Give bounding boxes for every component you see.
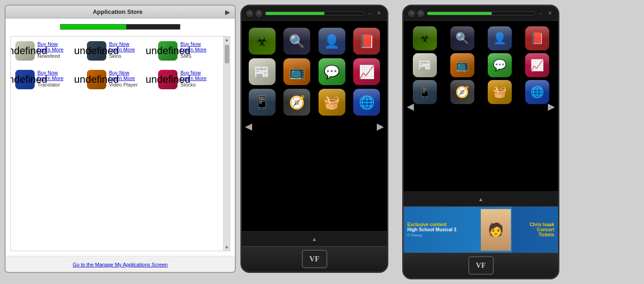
buy-now-sms[interactable]: Buy Now	[180, 41, 206, 47]
undo-btn-1[interactable]: ↺	[246, 10, 253, 17]
learn-more-videoplayer[interactable]: Learn More	[109, 75, 138, 81]
phone2-icon-wrap-search: 🔍	[445, 26, 479, 50]
app-name-skins: Skins	[109, 53, 135, 59]
phone-up-arrow-1[interactable]: ▲	[312, 236, 317, 242]
learn-more-skins[interactable]: Learn More	[109, 47, 135, 52]
phone2-icon-search[interactable]: 🔍	[450, 26, 474, 50]
ad-concert-sub: Concert	[515, 227, 554, 232]
phone2-icon-tv[interactable]: 📺	[450, 53, 474, 77]
redo-btn-2[interactable]: ↻	[417, 10, 424, 17]
app-icon-sms: undefined	[158, 41, 178, 61]
scroll-down-arrow[interactable]: ▼	[224, 244, 230, 251]
phone2-icon-stocks[interactable]: 📈	[525, 53, 549, 77]
app-name-stocks: Stocks	[180, 82, 206, 87]
progress-bar-container	[10, 23, 230, 31]
ad-left: Exclusive content High School Musical 3 …	[404, 207, 479, 253]
app-info-sms: Buy Now Learn More SMS	[180, 41, 206, 59]
scroll-thumb[interactable]	[225, 45, 229, 63]
learn-more-newsfeed[interactable]: Learn More	[37, 47, 63, 52]
phone1-icon-wrap-globe: 🌐	[351, 89, 383, 116]
phone-progress-2	[427, 12, 535, 15]
buy-now-newsfeed[interactable]: Buy Now	[37, 41, 63, 47]
phone1-icon-tv[interactable]: 📺	[283, 58, 310, 85]
phone1-icon-phone-app[interactable]: 📱	[249, 89, 276, 116]
app-item-newsfeed: undefined Buy Now Learn More Newsfeed	[15, 41, 82, 61]
manage-apps-link[interactable]: Go to the Manage My Applications Screen	[73, 262, 167, 267]
phone1-icon-chat[interactable]: 💬	[319, 58, 345, 85]
app-store-panel: Application Store ▶ undefined Buy Now Le…	[5, 5, 236, 273]
phone-device-1: ↺ ↻ − ✕ ◀ ☣🔍👤📕📰📺💬📈📱🧭🧺🌐 ▶ ▲ VF	[240, 5, 388, 273]
ad-concert-label: Tickets	[515, 232, 554, 237]
buy-now-translator[interactable]: Buy Now	[37, 70, 63, 75]
app-item-videoplayer: undefined Buy Now Learn More Video Playe…	[87, 70, 154, 89]
phone-screen-2: ◀ ☣🔍👤📕📰📺💬📈📱🧭🧺🌐 ▶	[404, 21, 558, 191]
phone2-icon-phone-app[interactable]: 📱	[413, 80, 437, 104]
phone-progress-fill-1	[265, 12, 325, 15]
minimize-btn-2[interactable]: −	[538, 11, 544, 16]
close-btn-2[interactable]: ✕	[546, 10, 553, 16]
buy-now-stocks[interactable]: Buy Now	[180, 70, 206, 75]
app-name-newsfeed: Newsfeed	[37, 53, 63, 59]
phone2-icon-avatar[interactable]: 👤	[488, 26, 512, 50]
phone2-icon-wrap-avatar: 👤	[482, 26, 517, 50]
phone2-icon-news[interactable]: 📰	[413, 53, 437, 77]
phone1-icon-basket[interactable]: 🧺	[319, 89, 345, 116]
phone2-icon-basket[interactable]: 🧺	[488, 80, 512, 104]
phone2-icon-chat[interactable]: 💬	[488, 53, 512, 77]
app-item-translator: undefined Buy Now Learn More Translator	[15, 70, 82, 89]
scroll-up-arrow[interactable]: ▲	[224, 37, 230, 43]
app-icon-videoplayer: undefined	[87, 70, 106, 89]
app-links-newsfeed: Buy Now Learn More	[37, 41, 63, 52]
undo-btn-2[interactable]: ↺	[408, 10, 415, 17]
learn-more-translator[interactable]: Learn More	[37, 75, 63, 81]
phone2-icon-biohazard[interactable]: ☣	[413, 26, 437, 50]
app-icon-newsfeed: undefined	[15, 41, 35, 61]
redo-btn-1[interactable]: ↻	[256, 10, 262, 17]
buy-now-videoplayer[interactable]: Buy Now	[109, 70, 138, 75]
phone1-icon-redbook[interactable]: 📕	[353, 28, 380, 55]
phone2-icon-compass[interactable]: 🧭	[450, 80, 474, 104]
nav-right-1[interactable]: ▶	[374, 118, 386, 134]
app-store-titlebar: Application Store ▶	[6, 6, 235, 19]
phone1-icon-compass[interactable]: 🧭	[283, 89, 310, 116]
app-list-container: undefined Buy Now Learn More Newsfeed un…	[10, 36, 230, 251]
phone1-icon-avatar[interactable]: 👤	[319, 28, 345, 55]
phone1-icon-wrap-compass: 🧭	[282, 89, 313, 116]
phone2-icon-wrap-tv: 📺	[445, 53, 479, 77]
scrollbar[interactable]: ▲ ▼	[223, 37, 230, 251]
phone1-icon-search[interactable]: 🔍	[283, 28, 310, 55]
ad-banner[interactable]: Exclusive content High School Musical 3 …	[404, 206, 558, 253]
titlebar-arrow[interactable]: ▶	[225, 8, 230, 16]
learn-more-sms[interactable]: Learn More	[180, 47, 206, 52]
app-store-content: undefined Buy Now Learn More Newsfeed un…	[6, 19, 235, 256]
phone1-icon-globe[interactable]: 🌐	[353, 89, 380, 116]
close-btn-1[interactable]: ✕	[375, 10, 382, 16]
app-name-videoplayer: Video Player	[109, 82, 138, 87]
app-info-skins: Buy Now Learn More Skins	[109, 41, 135, 59]
phone1-icon-wrap-avatar: 👤	[316, 28, 348, 55]
nav-right-2[interactable]: ▶	[546, 99, 557, 114]
nav-left-1[interactable]: ◀	[243, 118, 254, 134]
phone2-icon-wrap-stocks: 📈	[520, 53, 554, 77]
phone-up-arrow-2[interactable]: ▲	[478, 196, 484, 203]
app-icon-translator: undefined	[15, 70, 35, 89]
phone1-icon-biohazard[interactable]: ☣	[249, 28, 276, 55]
phone2-icon-wrap-compass: 🧭	[445, 80, 479, 104]
phone-bottombar-1: ▲	[242, 231, 387, 246]
phone1-icon-news[interactable]: 📰	[249, 58, 276, 85]
app-info-translator: Buy Now Learn More Translator	[37, 70, 63, 87]
nav-left-2[interactable]: ◀	[405, 99, 416, 114]
app-links-stocks: Buy Now Learn More	[180, 70, 206, 81]
learn-more-stocks[interactable]: Learn More	[180, 75, 206, 81]
phone1-icon-stocks[interactable]: 📈	[353, 58, 380, 85]
vf-logo-2: VF	[468, 256, 494, 275]
minimize-btn-1[interactable]: −	[367, 11, 373, 16]
buy-now-skins[interactable]: Buy Now	[109, 41, 135, 47]
vf-logo-1: VF	[302, 250, 327, 268]
phone1-icon-wrap-stocks: 📈	[351, 58, 383, 85]
app-store-footer: Go to the Manage My Applications Screen	[6, 256, 235, 272]
phone1-icon-wrap-biohazard: ☣	[246, 28, 278, 55]
app-name-sms: SMS	[180, 53, 206, 59]
phone2-icon-redbook[interactable]: 📕	[525, 26, 549, 50]
phone1-icon-wrap-search: 🔍	[282, 28, 313, 55]
